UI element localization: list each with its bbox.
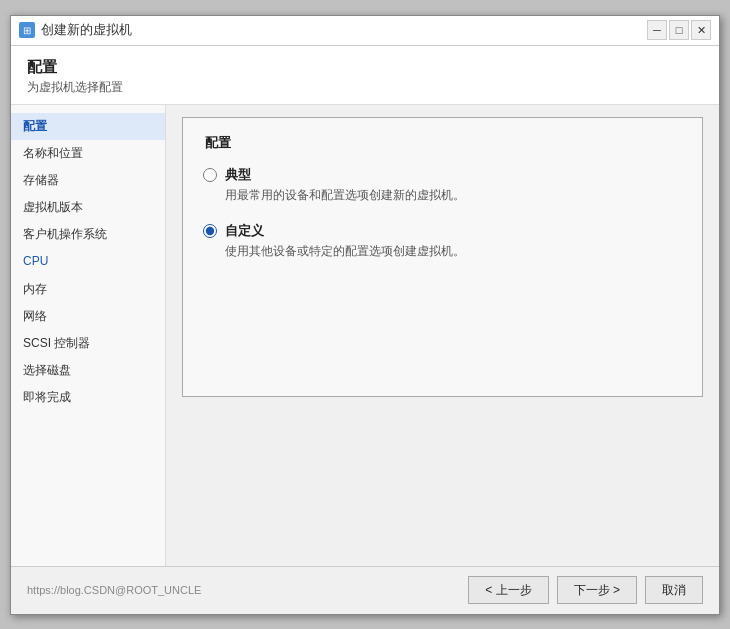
sidebar-item-scsi[interactable]: SCSI 控制器 [11, 330, 165, 357]
next-button[interactable]: 下一步 > [557, 576, 637, 604]
content-area: 配置 名称和位置 存储器 虚拟机版本 客户机操作系统 CPU 内存 网络 SCS… [11, 105, 719, 566]
config-box: 配置 典型 用最常用的设备和配置选项创建新的虚拟机。 [182, 117, 703, 397]
page-subtitle: 为虚拟机选择配置 [27, 79, 703, 96]
sidebar-item-network[interactable]: 网络 [11, 303, 165, 330]
sidebar-item-cpu[interactable]: CPU [11, 248, 165, 275]
sidebar-item-guest-os[interactable]: 客户机操作系统 [11, 221, 165, 248]
maximize-button[interactable]: □ [669, 20, 689, 40]
typical-radio[interactable] [203, 168, 217, 182]
config-box-title: 配置 [203, 134, 682, 152]
main-panel: 配置 典型 用最常用的设备和配置选项创建新的虚拟机。 [166, 105, 719, 566]
sidebar: 配置 名称和位置 存储器 虚拟机版本 客户机操作系统 CPU 内存 网络 SCS… [11, 105, 166, 566]
footer: https://blog.CSDN@ROOT_UNCLE < 上一步 下一步 >… [11, 566, 719, 614]
custom-option: 自定义 使用其他设备或特定的配置选项创建虚拟机。 [203, 222, 682, 260]
custom-label[interactable]: 自定义 [225, 222, 465, 240]
title-controls: ─ □ ✕ [647, 20, 711, 40]
close-button[interactable]: ✕ [691, 20, 711, 40]
typical-desc: 用最常用的设备和配置选项创建新的虚拟机。 [225, 187, 465, 204]
title-bar-left: 创建新的虚拟机 [19, 21, 132, 39]
typical-option: 典型 用最常用的设备和配置选项创建新的虚拟机。 [203, 166, 682, 204]
sidebar-item-memory[interactable]: 内存 [11, 276, 165, 303]
watermark: https://blog.CSDN@ROOT_UNCLE [27, 584, 460, 596]
page-header: 配置 为虚拟机选择配置 [11, 46, 719, 105]
custom-radio[interactable] [203, 224, 217, 238]
custom-content: 自定义 使用其他设备或特定的配置选项创建虚拟机。 [225, 222, 465, 260]
back-button[interactable]: < 上一步 [468, 576, 548, 604]
custom-desc: 使用其他设备或特定的配置选项创建虚拟机。 [225, 243, 465, 260]
radio-group: 典型 用最常用的设备和配置选项创建新的虚拟机。 自定义 使用其他设备或特定的配置… [203, 166, 682, 260]
sidebar-item-finish[interactable]: 即将完成 [11, 384, 165, 411]
main-window: 创建新的虚拟机 ─ □ ✕ 配置 为虚拟机选择配置 配置 名称和位置 存储器 虚… [10, 15, 720, 615]
minimize-button[interactable]: ─ [647, 20, 667, 40]
sidebar-item-name-location[interactable]: 名称和位置 [11, 140, 165, 167]
sidebar-item-config[interactable]: 配置 [11, 113, 165, 140]
typical-label[interactable]: 典型 [225, 166, 465, 184]
sidebar-item-vm-version[interactable]: 虚拟机版本 [11, 194, 165, 221]
title-bar: 创建新的虚拟机 ─ □ ✕ [11, 16, 719, 46]
cancel-button[interactable]: 取消 [645, 576, 703, 604]
sidebar-item-disk[interactable]: 选择磁盘 [11, 357, 165, 384]
page-title: 配置 [27, 58, 703, 77]
typical-content: 典型 用最常用的设备和配置选项创建新的虚拟机。 [225, 166, 465, 204]
app-icon [19, 22, 35, 38]
window-title: 创建新的虚拟机 [41, 21, 132, 39]
sidebar-item-storage[interactable]: 存储器 [11, 167, 165, 194]
